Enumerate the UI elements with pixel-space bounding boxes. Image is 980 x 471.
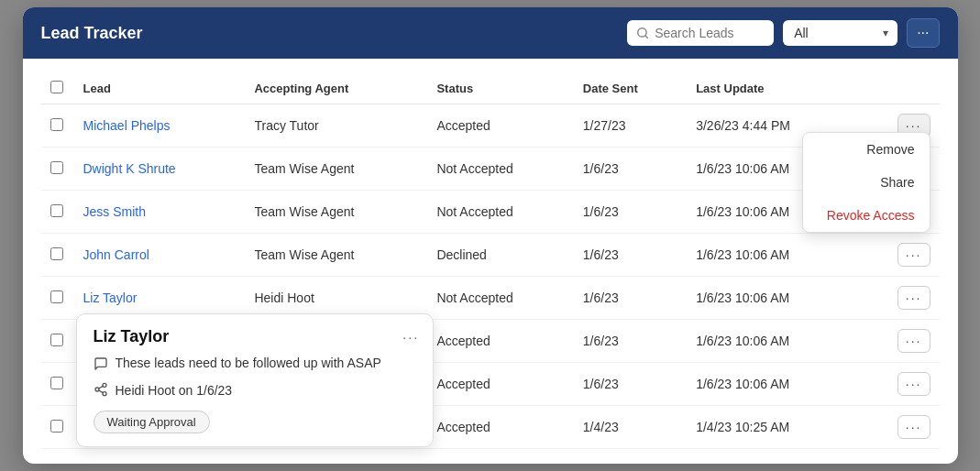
row-checkbox[interactable] [50,334,63,346]
svg-line-6 [98,386,103,389]
dropdown-revoke[interactable]: Revoke Access [803,199,930,232]
tooltip-status-area: Waiting Approval [94,411,416,433]
row-date-sent: 1/6/23 [574,320,687,363]
row-checkbox[interactable] [50,247,63,260]
row-last-update: 1/4/23 10:25 AM [687,406,860,449]
row-checkbox-cell [41,406,74,449]
row-actions-cell: ··· [861,363,940,406]
row-last-update: 1/6/23 10:06 AM [687,234,860,277]
app-window: Lead Tracker All Accepted Not Accepted D… [23,7,958,464]
row-status: Accepted [427,363,573,406]
row-actions-button[interactable]: ··· [897,372,930,396]
row-status: Accepted [427,320,573,363]
row-checkbox[interactable] [50,118,63,131]
row-checkbox-cell [41,191,74,234]
row-actions-cell: ··· [861,406,940,449]
row-lead-name: Dwight K Shrute [74,148,246,191]
col-agent: Accepting Agent [245,73,427,104]
row-status: Not Accepted [427,191,573,234]
filter-select[interactable]: All Accepted Not Accepted Declined [783,20,897,46]
col-last-update: Last Update [687,73,860,104]
row-status: Not Accepted [427,277,573,320]
row-status: Declined [427,234,573,277]
row-agent: Team Wise Agent [245,234,427,277]
row-checkbox-cell [41,320,74,363]
row-actions-button[interactable]: ··· [897,243,930,267]
row-lead-name: Jess Smith [74,191,246,234]
row-status: Accepted [427,104,573,148]
row-checkbox-cell [41,363,74,406]
tooltip-message: These leads need to be followed up with … [116,356,381,370]
row-agent: Team Wise Agent [245,148,427,191]
row-actions-cell: ··· [861,277,940,320]
table-container: Lead Accepting Agent Status Date Sent La… [23,59,958,464]
col-actions [861,73,940,104]
svg-line-1 [645,36,648,38]
row-lead-name: Michael Phelps [74,104,246,148]
col-date-sent: Date Sent [574,73,687,104]
dropdown-menu: Remove Share Revoke Access [802,132,930,233]
row-actions-cell: ··· [861,234,940,277]
app-title: Lead Tracker [41,24,143,43]
row-checkbox-cell [41,277,74,320]
more-options-button[interactable]: ··· [907,18,939,48]
svg-line-5 [98,390,103,393]
row-date-sent: 1/27/23 [574,104,687,148]
dropdown-remove[interactable]: Remove [803,133,930,166]
tooltip-agent-row: Heidi Hoot on 1/6/23 [94,381,416,400]
table-header-row: Lead Accepting Agent Status Date Sent La… [41,73,940,104]
row-checkbox[interactable] [50,204,63,217]
comment-icon [94,356,108,374]
row-actions-cell: ··· Remove Share Revoke Access [861,104,940,148]
row-checkbox[interactable] [50,377,63,389]
select-all-checkbox[interactable] [50,81,63,93]
row-date-sent: 1/6/23 [574,148,687,191]
table-row: Michael Phelps Tracy Tutor Accepted 1/27… [41,104,940,148]
row-checkbox-cell [41,104,74,148]
tooltip-lead-name: Liz Taylor [94,327,416,346]
search-input[interactable] [655,26,765,40]
waiting-approval-badge: Waiting Approval [94,411,210,433]
row-date-sent: 1/6/23 [574,277,687,320]
row-last-update: 1/6/23 10:06 AM [687,277,860,320]
row-agent: Team Wise Agent [245,191,427,234]
header-controls: All Accepted Not Accepted Declined ··· [627,18,939,48]
search-box [627,20,774,46]
tooltip-agent-date: Heidi Hoot on 1/6/23 [116,383,233,398]
row-date-sent: 1/6/23 [574,363,687,406]
col-checkbox [41,73,74,104]
row-status: Accepted [427,406,573,449]
tooltip-dots-button[interactable]: ··· [402,329,420,345]
row-checkbox[interactable] [50,290,63,303]
row-checkbox-cell [41,234,74,277]
row-date-sent: 1/6/23 [574,191,687,234]
row-actions-cell: ··· [861,320,940,363]
row-agent: Tracy Tutor [245,104,427,148]
row-last-update: 1/6/23 10:06 AM [687,363,860,406]
header: Lead Tracker All Accepted Not Accepted D… [23,7,958,59]
lead-tooltip-popup: Liz Taylor ··· These leads need to be fo… [76,313,434,447]
row-checkbox[interactable] [50,161,63,174]
row-lead-name: John Carrol [74,234,246,277]
dropdown-share[interactable]: Share [803,166,930,199]
tooltip-message-row: These leads need to be followed up with … [94,356,416,374]
filter-wrapper: All Accepted Not Accepted Declined [783,20,897,46]
share-icon [94,382,108,400]
row-status: Not Accepted [427,148,573,191]
row-date-sent: 1/4/23 [574,406,687,449]
col-status: Status [427,73,573,104]
row-actions-button[interactable]: ··· [897,415,930,439]
search-icon [636,27,649,39]
row-actions-button[interactable]: ··· [897,286,930,310]
table-row: John Carrol Team Wise Agent Declined 1/6… [41,234,940,277]
col-lead: Lead [74,73,246,104]
row-actions-button[interactable]: ··· [897,329,930,353]
row-checkbox[interactable] [50,420,63,433]
row-date-sent: 1/6/23 [574,234,687,277]
row-checkbox-cell [41,148,74,191]
row-last-update: 1/6/23 10:06 AM [687,320,860,363]
